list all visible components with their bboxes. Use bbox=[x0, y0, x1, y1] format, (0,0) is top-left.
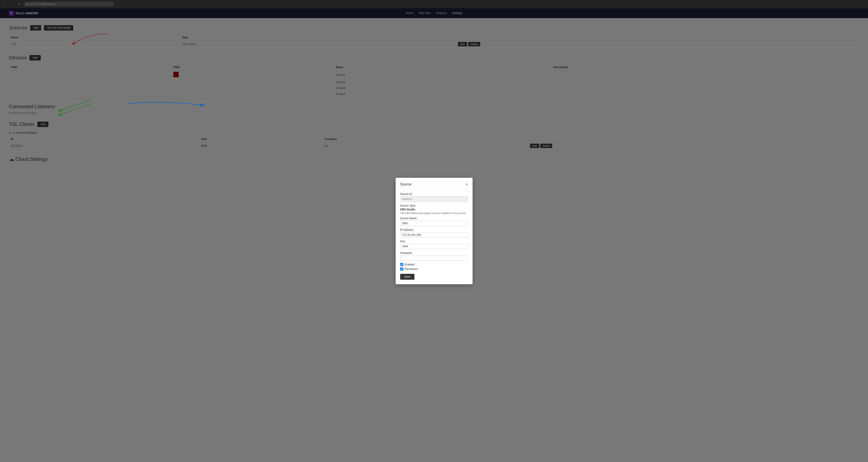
modal-overlay[interactable]: Source × Source Id: Source Type: OBS Stu… bbox=[0, 0, 868, 176]
